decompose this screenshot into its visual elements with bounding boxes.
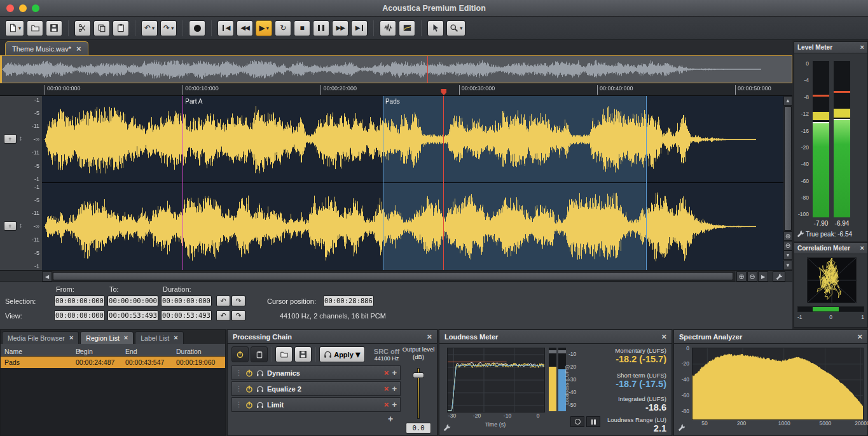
horizontal-scroll-track[interactable]: [52, 271, 735, 282]
close-panel-icon[interactable]: ×: [857, 332, 862, 341]
spectrum-settings-button[interactable]: [678, 423, 685, 434]
vertical-zoom-in-button[interactable]: ⊕: [783, 231, 792, 241]
slider-thumb[interactable]: [413, 372, 424, 378]
close-tab-icon[interactable]: ×: [174, 334, 177, 341]
close-tab-icon[interactable]: ×: [69, 334, 73, 341]
chain-clipboard-button[interactable]: [251, 346, 268, 362]
go-to-end-button[interactable]: ▶: [351, 20, 368, 36]
view-redo-button[interactable]: ↷: [231, 310, 245, 321]
close-panel-icon[interactable]: ×: [860, 245, 864, 252]
add-effect-icon[interactable]: +: [392, 384, 397, 393]
waveform-canvas-left-channel[interactable]: [42, 96, 783, 183]
play-button[interactable]: ▶▾: [256, 20, 272, 36]
chain-item-equalize[interactable]: ⋮ Equalize 2 × +: [231, 381, 401, 396]
drag-handle-icon[interactable]: ⋮: [235, 385, 242, 393]
redo-button[interactable]: ↷▾: [160, 20, 177, 36]
selection-undo-button[interactable]: ↶: [216, 296, 230, 306]
file-overview-strip[interactable]: [0, 55, 792, 83]
close-panel-icon[interactable]: ×: [427, 332, 432, 341]
selection-to-field[interactable]: 00:00:00:000: [107, 296, 158, 306]
scroll-down-button[interactable]: ▼: [783, 261, 792, 270]
time-ruler[interactable]: 00:00:00:00000:00:10:00000:00:20:00000:0…: [0, 83, 792, 96]
loudness-settings-button[interactable]: [443, 423, 451, 434]
vertical-zoom-menu-button[interactable]: ▾: [783, 250, 792, 260]
loop-playback-button[interactable]: ↻: [275, 20, 291, 36]
document-tab-theme-music[interactable]: Theme Music.wav* ×: [5, 41, 88, 55]
view-duration-field[interactable]: 00:00:53:493: [161, 310, 212, 321]
fast-forward-button[interactable]: ▶▶: [332, 20, 348, 36]
cursor-position-field[interactable]: 00:00:28:886: [323, 296, 374, 306]
scroll-up-button[interactable]: ▲: [783, 96, 792, 106]
append-effect-button[interactable]: +: [388, 414, 393, 424]
view-from-field[interactable]: 00:00:00:000: [54, 310, 105, 321]
horizontal-scroll-thumb[interactable]: [53, 272, 733, 280]
zoom-tool-button[interactable]: ▾: [446, 20, 465, 36]
selection-tool-button[interactable]: [427, 20, 444, 36]
add-effect-icon[interactable]: +: [392, 368, 397, 378]
view-to-field[interactable]: 00:00:53:493: [107, 310, 158, 321]
vertical-scroll-track[interactable]: [783, 106, 792, 231]
chain-item-dynamics[interactable]: ⋮ Dynamics × +: [231, 365, 401, 380]
cut-button[interactable]: [74, 20, 91, 36]
selection-right-edge[interactable]: [646, 96, 647, 270]
vertical-zoom-out-button[interactable]: ⊖: [783, 241, 792, 250]
waveform-canvas-right-channel[interactable]: [42, 183, 783, 270]
reset-loudness-button[interactable]: [570, 416, 584, 427]
close-tab-icon[interactable]: ×: [76, 44, 81, 53]
open-file-button[interactable]: [27, 20, 43, 36]
vertical-scroll-thumb[interactable]: [784, 106, 792, 231]
chain-item-limit[interactable]: ⋮ Limit × +: [231, 397, 401, 412]
rewind-button[interactable]: ◀◀: [237, 20, 253, 36]
tab-region-list[interactable]: Region List×: [80, 331, 134, 344]
drag-handle-icon[interactable]: ⋮: [235, 369, 242, 377]
load-chain-button[interactable]: [275, 346, 293, 362]
paste-button[interactable]: [113, 20, 129, 36]
table-row-pads[interactable]: Pads 00:00:24:487 00:00:43:547 00:00:19:…: [1, 357, 225, 368]
output-level-field[interactable]: 0.0: [406, 423, 431, 433]
y-tick-label: -20: [675, 360, 689, 367]
record-button[interactable]: [189, 20, 205, 36]
scale-label: -80: [794, 195, 811, 201]
pause-button[interactable]: [313, 20, 329, 36]
selection-left-edge[interactable]: [383, 96, 383, 270]
add-effect-icon[interactable]: +: [392, 400, 397, 409]
zoom-out-button[interactable]: ⊖: [747, 271, 757, 282]
region-end: 00:00:43:547: [125, 358, 164, 366]
close-tab-icon[interactable]: ×: [124, 334, 128, 341]
remove-effect-icon[interactable]: ×: [384, 368, 389, 378]
apply-chain-button[interactable]: Apply ▾: [319, 346, 365, 362]
editor-settings-button[interactable]: [773, 271, 785, 282]
undo-button[interactable]: ↶▾: [141, 20, 158, 36]
overview-waveform-canvas[interactable]: [1, 56, 792, 83]
chain-power-button[interactable]: [231, 346, 249, 362]
drag-handle-icon[interactable]: ⋮: [235, 400, 242, 409]
stop-button[interactable]: ■: [294, 20, 310, 36]
scroll-right-button[interactable]: ▶: [758, 271, 768, 282]
tab-media-file-browser[interactable]: Media File Browser×: [2, 331, 79, 344]
save-file-button[interactable]: [46, 20, 62, 36]
level-meter-settings-button[interactable]: [797, 230, 804, 238]
output-level-slider[interactable]: [412, 368, 425, 419]
go-to-start-button[interactable]: ◀: [217, 20, 234, 36]
new-file-button[interactable]: ▾: [5, 20, 24, 36]
copy-button[interactable]: [93, 20, 110, 36]
waveform-view-button[interactable]: [380, 20, 396, 36]
save-chain-button[interactable]: [294, 346, 312, 362]
scroll-left-button[interactable]: ◀: [42, 271, 52, 282]
marker-line-part-a[interactable]: [183, 96, 183, 270]
pause-loudness-button[interactable]: [586, 416, 600, 427]
selection-redo-button[interactable]: ↷: [231, 296, 245, 306]
selection-from-field[interactable]: 00:00:00:000: [54, 296, 105, 306]
spectral-view-button[interactable]: [399, 20, 415, 36]
view-undo-button[interactable]: ↶: [216, 310, 230, 321]
integrated-label: Integrated (LUFS): [618, 395, 666, 402]
zoom-in-button[interactable]: ⊕: [736, 271, 747, 282]
loudness-range-value: 2.1: [654, 423, 666, 433]
close-panel-icon[interactable]: ×: [860, 44, 864, 51]
selection-duration-field[interactable]: 00:00:00:000: [161, 296, 212, 306]
remove-effect-icon[interactable]: ×: [384, 400, 389, 409]
playback-cursor-handle[interactable]: [441, 89, 446, 95]
remove-effect-icon[interactable]: ×: [384, 384, 389, 393]
close-panel-icon[interactable]: ×: [661, 332, 666, 341]
tab-label-list[interactable]: Label List×: [135, 331, 183, 344]
